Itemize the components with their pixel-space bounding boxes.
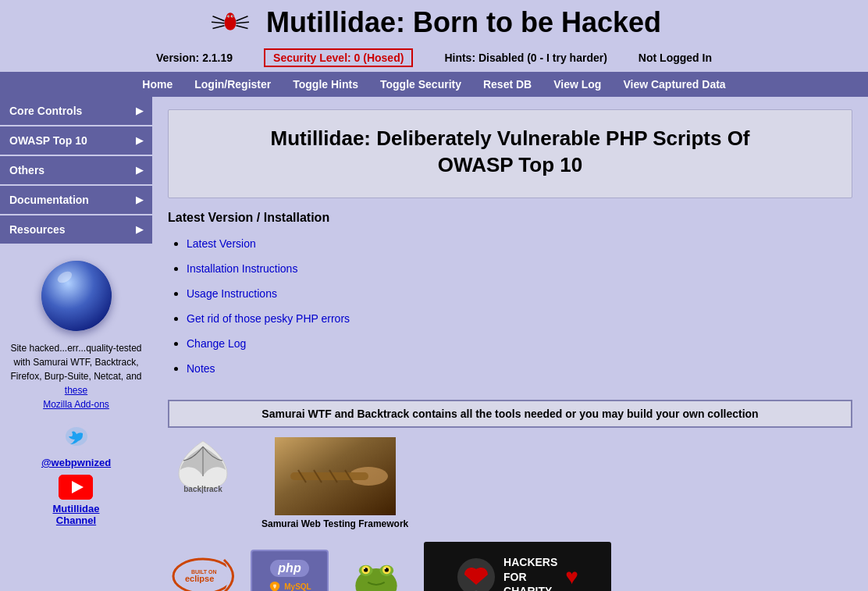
- main-layout: Core Controls ▶ OWASP Top 10 ▶ Others ▶ …: [0, 97, 868, 591]
- arrow-icon: ▶: [136, 224, 143, 235]
- list-item: Change Log: [187, 331, 852, 356]
- security-level-badge: Security Level: 0 (Hosed): [264, 48, 413, 67]
- youtube-icon: [59, 475, 93, 500]
- hfc-heart-icon: ♥: [565, 564, 578, 589]
- svg-point-35: [364, 568, 365, 569]
- twitter-handle-link[interactable]: @webpwnized: [41, 457, 111, 468]
- svg-line-9: [236, 16, 247, 21]
- header: Mutillidae: Born to be Hacked: [0, 0, 868, 45]
- svg-text:back|track: back|track: [183, 485, 222, 493]
- nav-toggle-security[interactable]: Toggle Security: [369, 72, 472, 97]
- svg-line-11: [236, 26, 247, 29]
- svg-line-6: [212, 16, 224, 21]
- svg-line-8: [212, 26, 224, 29]
- list-item: Usage Instructions: [187, 281, 852, 306]
- change-log-link[interactable]: Change Log: [187, 337, 246, 350]
- section-heading: Latest Version / Installation: [168, 211, 852, 225]
- nav-view-log[interactable]: View Log: [542, 72, 612, 97]
- sidebar-logo: [0, 245, 152, 338]
- php-mysql-logo: php MySQL: [251, 550, 329, 591]
- nav-reset-db[interactable]: Reset DB: [472, 72, 542, 97]
- twitter-icon: [61, 422, 92, 454]
- these-link[interactable]: these: [65, 385, 87, 396]
- login-status: Not Logged In: [639, 52, 712, 64]
- main-title: Mutillidae: Deliberately Vulnerable PHP …: [192, 126, 828, 179]
- youtube-channel-link[interactable]: Mutillidae Channel: [53, 503, 100, 526]
- svg-point-5: [232, 16, 233, 17]
- svg-point-4: [228, 16, 229, 17]
- sidebar-item-others[interactable]: Others ▶: [0, 156, 152, 184]
- sidebar-item-label: Others: [9, 164, 44, 176]
- arrow-icon: ▶: [136, 165, 143, 176]
- latest-version-section: Latest Version / Installation Latest Ver…: [168, 211, 852, 381]
- list-item: Get rid of those pesky PHP errors: [187, 306, 852, 331]
- list-item: Notes: [187, 356, 852, 381]
- sidebar-item-label: OWASP Top 10: [9, 134, 87, 147]
- mozilla-addons-link[interactable]: Mozilla Add-ons: [43, 399, 109, 410]
- php-errors-link[interactable]: Get rid of those pesky PHP errors: [187, 312, 350, 325]
- nav-bar: Home Login/Register Toggle Hints Toggle …: [0, 72, 868, 97]
- sidebar-item-label: Documentation: [9, 194, 89, 206]
- main-title-box: Mutillidae: Deliberately Vulnerable PHP …: [168, 109, 852, 198]
- svg-line-10: [236, 22, 249, 23]
- arrow-icon: ▶: [136, 194, 143, 205]
- eclipse-svg: BUILT ON eclipse: [168, 555, 238, 591]
- sidebar-item-label: Resources: [9, 223, 66, 236]
- toad-svg: Toad: [341, 544, 411, 591]
- list-item: Latest Version: [187, 231, 852, 256]
- sidebar-item-core-controls[interactable]: Core Controls ▶: [0, 97, 152, 125]
- samurai-framework-label: Samurai Web Testing Framework: [261, 518, 408, 529]
- svg-point-1: [226, 12, 235, 22]
- tools-section: Samurai WTF and Backtrack contains all t…: [168, 400, 852, 591]
- version-label: Version: 2.1.19: [156, 52, 233, 64]
- links-list: Latest Version Installation Instructions…: [168, 231, 852, 381]
- backtrack-logo-area: back|track: [168, 437, 238, 496]
- svg-line-7: [212, 22, 225, 23]
- samurai-box: Samurai WTF and Backtrack contains all t…: [168, 400, 852, 428]
- nav-login-register[interactable]: Login/Register: [183, 72, 282, 97]
- hfc-icon: ♥: [457, 557, 496, 591]
- bottom-logos: BUILT ON eclipse php: [168, 542, 852, 591]
- backtrack-logo: back|track: [168, 437, 238, 496]
- list-item: Installation Instructions: [187, 256, 852, 281]
- youtube-area: Mutillidae Channel: [0, 475, 152, 526]
- samurai-area: Samurai Web Testing Framework: [261, 437, 408, 529]
- info-bar: Version: 2.1.19 Security Level: 0 (Hosed…: [0, 45, 868, 72]
- sidebar-item-documentation[interactable]: Documentation ▶: [0, 186, 152, 214]
- sidebar-item-owasp-top-10[interactable]: OWASP Top 10 ▶: [0, 126, 152, 155]
- sidebar-item-resources[interactable]: Resources ▶: [0, 215, 152, 244]
- samurai-image: [275, 437, 396, 515]
- usage-instructions-link[interactable]: Usage Instructions: [187, 287, 277, 300]
- twitter-area: @webpwnized: [0, 422, 152, 468]
- page-title: Mutillidae: Born to be Hacked: [266, 6, 661, 39]
- nav-view-captured-data[interactable]: View Captured Data: [612, 72, 736, 97]
- latest-version-link[interactable]: Latest Version: [187, 237, 256, 250]
- hackers-for-charity-logo: ♥ HACKERSFORCHARITY ♥: [424, 542, 611, 591]
- sidebar-item-label: Core Controls: [9, 105, 82, 117]
- sidebar-description: Site hacked...err...quality-tested with …: [0, 338, 152, 415]
- svg-point-36: [385, 568, 386, 569]
- hints-label: Hints: Disabled (0 - I try harder): [444, 52, 607, 64]
- globe-icon: [41, 261, 112, 331]
- arrow-icon: ▶: [136, 135, 143, 146]
- main-content: Mutillidae: Deliberately Vulnerable PHP …: [152, 97, 868, 591]
- spider-icon: [207, 7, 254, 38]
- arrow-icon: ▶: [136, 105, 143, 116]
- nav-home[interactable]: Home: [131, 72, 183, 97]
- svg-text:eclipse: eclipse: [185, 574, 214, 583]
- nav-toggle-hints[interactable]: Toggle Hints: [282, 72, 369, 97]
- installation-instructions-link[interactable]: Installation Instructions: [187, 262, 297, 275]
- toad-logo: Toad: [341, 544, 411, 591]
- mysql-dolphin-icon: [268, 580, 282, 591]
- sidebar: Core Controls ▶ OWASP Top 10 ▶ Others ▶ …: [0, 97, 152, 591]
- notes-link[interactable]: Notes: [187, 362, 215, 375]
- eclipse-logo: BUILT ON eclipse: [168, 555, 238, 591]
